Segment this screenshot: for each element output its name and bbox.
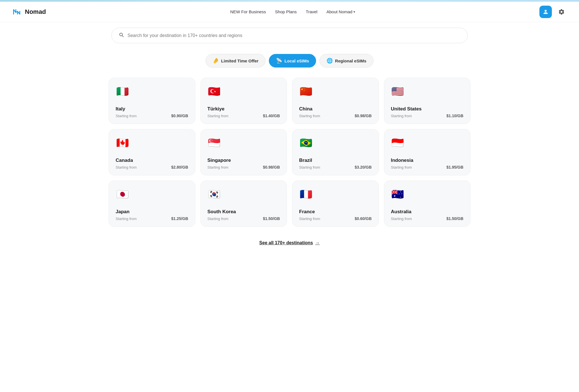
local-esims-icon: 📡 [276, 58, 282, 64]
dest-bottom-italy: Starting from $0.90/GB [116, 114, 188, 118]
flag-turkiye: 🇹🇷 [208, 85, 221, 98]
see-all-section: See all 170+ destinations → [0, 231, 579, 257]
dest-name-turkiye: Türkiye [208, 106, 280, 112]
chevron-down-icon: ▾ [353, 10, 355, 14]
flag-china: 🇨🇳 [299, 85, 313, 98]
nav-links: NEW For Business Shop Plans Travel About… [230, 9, 355, 14]
dest-price-australia: $1.50/GB [446, 216, 463, 221]
search-bar [111, 28, 468, 43]
flag-france: 🇫🇷 [299, 188, 313, 201]
dest-label-china: Starting from [299, 114, 320, 118]
dest-price-france: $0.60/GB [355, 216, 372, 221]
destination-card-canada[interactable]: 🇨🇦 Canada Starting from $2.80/GB [109, 129, 195, 175]
dest-name-china: China [299, 106, 372, 112]
dest-label-france: Starting from [299, 217, 320, 221]
destination-card-japan[interactable]: 🇯🇵 Japan Starting from $1.25/GB [109, 180, 195, 227]
dest-bottom-singapore: Starting from $0.98/GB [208, 165, 280, 169]
destination-card-indonesia[interactable]: 🇮🇩 Indonesia Starting from $1.95/GB [384, 129, 471, 175]
dest-bottom-united-states: Starting from $1.10/GB [391, 114, 464, 118]
nav-about-nomad-label: About Nomad [327, 9, 353, 14]
destinations-grid: 🇮🇹 Italy Starting from $0.90/GB 🇹🇷 Türki… [92, 73, 487, 231]
nav-item-for-business[interactable]: NEW For Business [230, 9, 266, 14]
user-icon [543, 9, 549, 15]
flag-japan: 🇯🇵 [116, 188, 129, 201]
see-all-label: See all 170+ destinations [259, 240, 313, 245]
dest-bottom-france: Starting from $0.60/GB [299, 216, 372, 221]
destination-card-south-korea[interactable]: 🇰🇷 South Korea Starting from $1.50/GB [200, 180, 287, 227]
search-section [0, 22, 579, 46]
destination-card-france[interactable]: 🇫🇷 France Starting from $0.60/GB [292, 180, 379, 227]
dest-label-south-korea: Starting from [208, 217, 228, 221]
arrow-icon: → [315, 240, 320, 245]
tab-regional-esims[interactable]: 🌐 Regional eSIMs [319, 54, 373, 67]
nav-travel-link[interactable]: Travel [306, 9, 317, 14]
dest-bottom-brazil: Starting from $3.20/GB [299, 165, 372, 169]
nav-item-shop-plans[interactable]: Shop Plans [275, 9, 297, 14]
dest-label-australia: Starting from [391, 217, 412, 221]
nav-shop-plans-link[interactable]: Shop Plans [275, 9, 297, 14]
search-input[interactable] [128, 33, 461, 38]
tab-local-esims-label: Local eSIMs [284, 58, 309, 63]
dest-name-indonesia: Indonesia [391, 158, 464, 163]
flag-italy: 🇮🇹 [116, 85, 129, 98]
flag-brazil: 🇧🇷 [299, 136, 313, 150]
destination-card-singapore[interactable]: 🇸🇬 Singapore Starting from $0.98/GB [200, 129, 287, 175]
nav-for-business-label: For Business [241, 9, 266, 14]
flag-indonesia: 🇮🇩 [391, 136, 405, 150]
dest-price-turkiye: $1.40/GB [263, 114, 280, 118]
dest-label-indonesia: Starting from [391, 165, 412, 169]
destination-card-china[interactable]: 🇨🇳 China Starting from $0.98/GB [292, 78, 379, 124]
destination-card-turkiye[interactable]: 🇹🇷 Türkiye Starting from $1.40/GB [200, 78, 287, 124]
search-icon [118, 32, 124, 39]
regional-esims-icon: 🌐 [327, 58, 333, 64]
dest-label-singapore: Starting from [208, 165, 228, 169]
dest-name-italy: Italy [116, 106, 188, 112]
dest-price-south-korea: $1.50/GB [263, 216, 280, 221]
dest-bottom-south-korea: Starting from $1.50/GB [208, 216, 280, 221]
gear-icon [558, 8, 565, 15]
see-all-button[interactable]: See all 170+ destinations → [259, 240, 320, 245]
dest-price-canada: $2.80/GB [171, 165, 188, 169]
dest-name-united-states: United States [391, 106, 464, 112]
dest-bottom-china: Starting from $0.98/GB [299, 114, 372, 118]
flag-australia: 🇦🇺 [391, 188, 405, 201]
dest-price-china: $0.98/GB [355, 114, 372, 118]
user-account-button[interactable] [539, 6, 552, 18]
destination-card-italy[interactable]: 🇮🇹 Italy Starting from $0.90/GB [109, 78, 195, 124]
flag-united-states: 🇺🇸 [391, 85, 405, 98]
tab-limited-time-label: Limited Time Offer [221, 58, 258, 63]
dest-name-japan: Japan [116, 209, 188, 215]
dest-name-south-korea: South Korea [208, 209, 280, 215]
dest-price-singapore: $0.98/GB [263, 165, 280, 169]
dest-label-turkiye: Starting from [208, 114, 228, 118]
dest-label-italy: Starting from [116, 114, 137, 118]
nav-item-travel[interactable]: Travel [306, 9, 317, 14]
settings-button[interactable] [555, 6, 568, 18]
flag-canada: 🇨🇦 [116, 136, 129, 150]
tabs-section: 🤌 Limited Time Offer 📡 Local eSIMs 🌐 Reg… [0, 46, 579, 73]
destination-card-united-states[interactable]: 🇺🇸 United States Starting from $1.10/GB [384, 78, 471, 124]
dest-label-united-states: Starting from [391, 114, 412, 118]
dest-name-canada: Canada [116, 158, 188, 163]
logo-link[interactable]: Nomad [11, 6, 46, 18]
destination-card-brazil[interactable]: 🇧🇷 Brazil Starting from $3.20/GB [292, 129, 379, 175]
dest-bottom-japan: Starting from $1.25/GB [116, 216, 188, 221]
dest-bottom-canada: Starting from $2.80/GB [116, 165, 188, 169]
dest-price-japan: $1.25/GB [171, 216, 188, 221]
dest-price-italy: $0.90/GB [171, 114, 188, 118]
destination-card-australia[interactable]: 🇦🇺 Australia Starting from $1.50/GB [384, 180, 471, 227]
nav-item-about-nomad[interactable]: About Nomad ▾ [327, 9, 355, 14]
logo-text: Nomad [25, 8, 46, 16]
nomad-logo-icon [11, 6, 23, 18]
dest-label-japan: Starting from [116, 217, 137, 221]
tab-regional-esims-label: Regional eSIMs [335, 58, 366, 63]
limited-time-icon: 🤌 [213, 58, 219, 64]
dest-label-canada: Starting from [116, 165, 137, 169]
dest-price-indonesia: $1.95/GB [446, 165, 463, 169]
dest-bottom-turkiye: Starting from $1.40/GB [208, 114, 280, 118]
dest-name-brazil: Brazil [299, 158, 372, 163]
dest-name-france: France [299, 209, 372, 215]
tab-limited-time[interactable]: 🤌 Limited Time Offer [206, 54, 265, 67]
tab-local-esims[interactable]: 📡 Local eSIMs [269, 54, 316, 67]
dest-price-united-states: $1.10/GB [446, 114, 463, 118]
